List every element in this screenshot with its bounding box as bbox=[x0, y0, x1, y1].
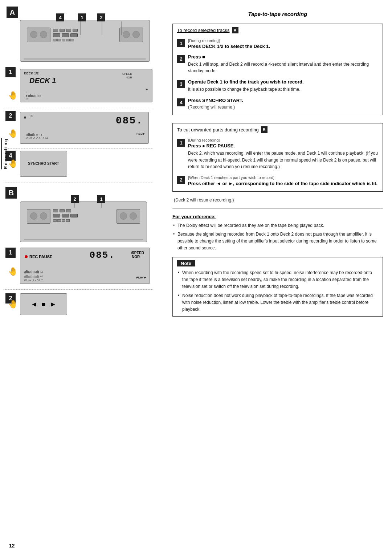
r2-step2-content: [When Deck 1 reaches a part you wish to … bbox=[188, 175, 377, 186]
section-divider bbox=[172, 208, 383, 209]
vu-area2: 0 +4 -5 -10 -8 -5 0 +2 +4 bbox=[26, 133, 143, 140]
badge-b-1: 1 bbox=[97, 195, 105, 203]
box2-title-row: To cut unwanted parts during recording B bbox=[177, 126, 378, 133]
note-box: Note • When recording with the recording… bbox=[172, 257, 383, 317]
r-step1-num: 1 bbox=[177, 39, 185, 47]
r-step4-num: 4 bbox=[177, 98, 185, 106]
page-number: 12 bbox=[9, 543, 15, 549]
r2-step2-num: 2 bbox=[177, 176, 185, 184]
rec-pause-panel: REC PAUSE SPEEDNOR B 085. +4 bbox=[20, 248, 150, 284]
r-step2-body: Deck 1 will stop, and Deck 2 will record… bbox=[188, 61, 378, 74]
r-step4-main: Press SYNCHRO START. bbox=[188, 98, 243, 103]
reel-r-right bbox=[132, 31, 140, 38]
box1-title: To record selected tracks bbox=[177, 28, 230, 33]
r2-step1: 1 [During recording] Press ● REC PAUSE. … bbox=[177, 138, 378, 170]
rec-indicator: REC▶ bbox=[136, 132, 145, 135]
play-btn: ► bbox=[50, 301, 56, 308]
hand-step1: ✋ bbox=[8, 91, 18, 100]
tape-slot-left bbox=[27, 28, 50, 42]
hand-step4: ✋ bbox=[8, 159, 18, 168]
badge-1: 1 bbox=[78, 13, 86, 21]
deck-b-label: B bbox=[30, 114, 33, 118]
rewind-btn: ◄ bbox=[31, 301, 37, 308]
box1-title-row: To record selected tracks A bbox=[177, 27, 378, 33]
r-step4-content: Press SYNCHRO START. (Recording will res… bbox=[188, 98, 243, 110]
right-column: Tape-to-tape recording To record selecte… bbox=[163, 0, 392, 327]
r2-step1-content: [During recording] Press ● REC PAUSE. De… bbox=[188, 138, 378, 170]
r2-step2-sub: [When Deck 1 reaches a part you wish to … bbox=[188, 175, 377, 180]
r-step1-content: [During recording] Press DECK 1/2 to sel… bbox=[188, 38, 270, 49]
r-step2-main: Press ■ bbox=[188, 54, 378, 60]
note-header: Note bbox=[177, 260, 195, 266]
device-top-illustration bbox=[20, 20, 150, 62]
panel-b-label: B bbox=[131, 251, 134, 254]
r-step2-num: 2 bbox=[177, 55, 185, 63]
ref-title: For your reference: bbox=[172, 214, 383, 219]
reel-r-left bbox=[123, 31, 130, 38]
reference-section: For your reference: • The Dolby effect w… bbox=[172, 214, 383, 252]
badge-2: 2 bbox=[97, 13, 105, 21]
speed-label: SPEED NOR bbox=[122, 72, 132, 80]
deck2-panel: ■ B 085. 0 +4 -5 -10 -8 -5 0 +2 +4 REC▶ bbox=[20, 112, 149, 144]
vertical-recording-label: Recording bbox=[1, 138, 8, 169]
deck12-label: DECK 1/2 bbox=[24, 72, 39, 75]
rec-pause-label: REC PAUSE bbox=[25, 254, 52, 259]
r-step2: 2 Press ■ Deck 1 will stop, and Deck 2 w… bbox=[177, 54, 378, 74]
tape-b-right bbox=[117, 209, 140, 224]
vu-b-area: +4 +4 15 -10 -8 0 +2 +4 bbox=[24, 270, 144, 281]
r2-step1-body: Deck 2, which was recording, will enter … bbox=[188, 150, 378, 170]
r2-step1-num: 1 bbox=[177, 139, 185, 147]
r-step2-content: Press ■ Deck 1 will stop, and Deck 2 wil… bbox=[188, 54, 378, 74]
display-num2: 085. bbox=[90, 250, 115, 261]
box1: To record selected tracks A 1 [During re… bbox=[172, 24, 383, 115]
left-column: A bbox=[0, 0, 156, 554]
r-step4-body: (Recording will resume.) bbox=[188, 105, 243, 110]
play-ind2: PLAY► bbox=[136, 276, 147, 279]
ref-item-1: • Because the signal being recorded from… bbox=[172, 231, 383, 252]
stop-btn: ■ bbox=[42, 301, 46, 308]
stop-icon-display: ■ bbox=[24, 115, 26, 119]
hand-step2: ✋ bbox=[8, 129, 18, 138]
tape-slot-right bbox=[119, 28, 143, 42]
deck1-italic: DECK 1 bbox=[29, 77, 56, 85]
bottom-strip bbox=[24, 58, 146, 60]
r-step4: 4 Press SYNCHRO START. (Recording will r… bbox=[177, 98, 378, 110]
r2-step2: 2 [When Deck 1 reaches a part you wish t… bbox=[177, 175, 378, 186]
dotted-div-3 bbox=[4, 183, 152, 183]
step2-num: 2 bbox=[5, 111, 16, 121]
box1-badge: A bbox=[232, 27, 238, 33]
r-step1: 1 [During recording] Press DECK 1/2 to s… bbox=[177, 38, 378, 49]
step1b-container: 1 bbox=[5, 248, 16, 258]
section-b-label: B bbox=[5, 187, 17, 199]
r2-step1-sub: [During recording] bbox=[188, 138, 378, 142]
display-num: 085. bbox=[116, 115, 143, 126]
hand-step2b: ✋ bbox=[8, 300, 18, 309]
r-step3: 3 Operate Deck 1 to find the track you w… bbox=[177, 79, 378, 93]
tape-b-left bbox=[27, 209, 50, 224]
r-step1-sub: [During recording] bbox=[188, 38, 270, 43]
section-a-label: A bbox=[7, 7, 18, 18]
synchro-panel: SYNCHRO START bbox=[20, 151, 67, 177]
ref-item-0: • The Dolby effect will be recorded as t… bbox=[172, 222, 383, 229]
play-indicator: ► bbox=[145, 87, 148, 91]
r-step3-num: 3 bbox=[177, 80, 185, 88]
badge-b-2: 2 bbox=[71, 195, 79, 203]
center-controls bbox=[53, 26, 117, 53]
r2-step2-main: Press either ◄ or ►, corresponding to th… bbox=[188, 181, 377, 186]
transport-panel: ◄ ■ ► bbox=[20, 293, 67, 315]
rec-pause-text: REC PAUSE bbox=[29, 254, 52, 259]
r-step3-body: It is also possible to change the playba… bbox=[188, 86, 304, 93]
page-title: Tape-to-tape recording bbox=[172, 11, 383, 17]
note-item-0: • When recording with the recording spee… bbox=[177, 269, 378, 290]
device-b-center bbox=[53, 207, 114, 235]
reel-left bbox=[30, 31, 37, 38]
badge-4: 4 bbox=[56, 13, 64, 21]
dotted-div-2 bbox=[4, 148, 152, 148]
dotted-div-1 bbox=[4, 108, 152, 108]
r2-step1-main: Press ● REC PAUSE. bbox=[188, 143, 378, 148]
deck-resume-note: (Deck 2 will resume recording.) bbox=[174, 197, 383, 203]
hand-step1b: ✋ bbox=[8, 267, 18, 276]
reel-right bbox=[40, 31, 47, 38]
step1-num: 1 bbox=[5, 67, 16, 77]
synchro-label: SYNCHRO START bbox=[28, 161, 59, 166]
